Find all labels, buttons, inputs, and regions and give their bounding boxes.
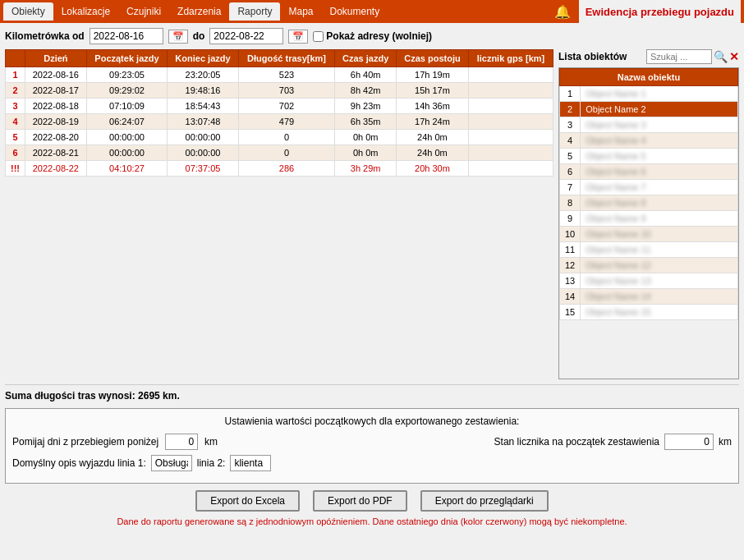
list-item[interactable]: 12 Object Name 12 [560, 258, 738, 273]
row-drive: 0h 0m [335, 130, 397, 145]
main-content: Kilometrówka od 📅 do 📅 Pokaż adresy (wol… [0, 23, 744, 531]
list-item[interactable]: 5 Object Name 5 [560, 149, 738, 164]
bell-icon[interactable]: 🔔 [554, 4, 571, 20]
col-gps-header: licznik gps [km] [468, 50, 553, 67]
row-park: 24h 0m [397, 145, 469, 161]
row-start: 09:29:02 [86, 83, 167, 99]
object-name: Object Name 8 [581, 195, 738, 211]
row-day: 2022-08-16 [25, 67, 87, 83]
export-pdf-button[interactable]: Export do PDF [313, 490, 407, 512]
button-row: Export do Excela Export do PDF Export do… [5, 490, 739, 512]
list-item[interactable]: 3 Object Name 3 [560, 117, 738, 133]
object-name: Object Name 10 [581, 227, 738, 242]
object-num: 12 [560, 258, 581, 273]
object-name: Object Name 5 [581, 149, 738, 164]
objects-scroll-area[interactable]: Nazwa obiektu 1 Object Name 1 2 Object N… [558, 67, 739, 379]
row-day: 2022-08-19 [25, 114, 87, 130]
list-item[interactable]: 4 Object Name 4 [560, 133, 738, 149]
col-park-header: Czas postoju [397, 50, 469, 67]
col-end-header: Koniec jazdy [168, 50, 239, 67]
object-num: 14 [560, 289, 581, 305]
counter-group: Stan licznika na początek zestawienia km [494, 434, 732, 450]
calendar-from-button[interactable]: 📅 [168, 30, 188, 44]
export-browser-button[interactable]: Export do przeglądarki [420, 490, 549, 512]
row-dist: 523 [238, 67, 335, 83]
table-row: 6 2022-08-21 00:00:00 00:00:00 0 0h 0m 2… [6, 145, 553, 161]
row-drive: 9h 23m [335, 99, 397, 114]
row-dist: 702 [238, 99, 335, 114]
list-item[interactable]: 2 Object Name 2 [560, 102, 738, 117]
nav-dokumenty[interactable]: Dokumenty [322, 2, 388, 21]
object-num: 9 [560, 211, 581, 227]
object-name: Object Name 2 [581, 102, 738, 117]
date-to-input[interactable] [209, 28, 283, 44]
nav-obiekty[interactable]: Obiekty [3, 2, 53, 21]
content-area: Dzień Początek jazdy Koniec jazdy Długoś… [5, 49, 739, 379]
counter-label: Stan licznika na początek zestawienia [494, 436, 659, 448]
object-num: 1 [560, 86, 581, 102]
list-item[interactable]: 6 Object Name 6 [560, 164, 738, 180]
object-num: 11 [560, 242, 581, 258]
table-row: 2 2022-08-17 09:29:02 19:48:16 703 8h 42… [6, 83, 553, 99]
list-item[interactable]: 1 Object Name 1 [560, 86, 738, 102]
nav-mapa[interactable]: Mapa [280, 2, 321, 21]
row-num: !!! [6, 161, 25, 177]
row-dist: 479 [238, 114, 335, 130]
date-from-input[interactable] [90, 28, 163, 44]
list-item[interactable]: 9 Object Name 9 [560, 211, 738, 227]
object-name: Object Name 7 [581, 180, 738, 195]
object-name: Object Name 1 [581, 86, 738, 102]
settings-title: Ustawienia wartości początkowych dla exp… [12, 415, 732, 427]
counter-unit: km [719, 436, 732, 448]
desc-line2-input[interactable] [230, 455, 271, 471]
row-end: 23:20:05 [168, 67, 239, 83]
nav-czujniki[interactable]: Czujniki [118, 2, 169, 21]
objects-search-button[interactable]: 🔍 [714, 50, 728, 63]
bottom-section: Suma długości tras wynosi: 2695 km. Usta… [5, 384, 739, 526]
object-num: 4 [560, 133, 581, 149]
objects-col-header: Nazwa obiektu [560, 69, 738, 86]
list-item[interactable]: 7 Object Name 7 [560, 180, 738, 195]
row-start: 09:23:05 [86, 67, 167, 83]
row-day: 2022-08-17 [25, 83, 87, 99]
export-excel-button[interactable]: Export do Excela [195, 490, 300, 512]
row-num: 2 [6, 83, 25, 99]
col-drive-header: Czas jazdy [335, 50, 397, 67]
nav-raporty[interactable]: Raporty [229, 2, 280, 21]
desc-line1-input[interactable] [151, 455, 192, 471]
row-drive: 3h 29m [335, 161, 397, 177]
objects-panel-header: Lista obiektów 🔍 ✕ [558, 49, 739, 64]
objects-search-input[interactable] [646, 49, 712, 64]
nav-zdarzenia[interactable]: Zdarzenia [169, 2, 229, 21]
list-item[interactable]: 10 Object Name 10 [560, 227, 738, 242]
main-table: Dzień Początek jazdy Koniec jazdy Długoś… [5, 49, 553, 177]
object-name: Object Name 12 [581, 258, 738, 273]
row-end: 07:37:05 [168, 161, 239, 177]
list-item[interactable]: 14 Object Name 14 [560, 289, 738, 305]
row-end: 13:07:48 [168, 114, 239, 130]
list-item[interactable]: 8 Object Name 8 [560, 195, 738, 211]
counter-input[interactable] [664, 434, 714, 450]
object-num: 3 [560, 117, 581, 133]
row-dist: 703 [238, 83, 335, 99]
list-item[interactable]: 15 Object Name 15 [560, 305, 738, 320]
object-name: Object Name 14 [581, 289, 738, 305]
list-item[interactable]: 11 Object Name 11 [560, 242, 738, 258]
table-row: 3 2022-08-18 07:10:09 18:54:43 702 9h 23… [6, 99, 553, 114]
list-item[interactable]: 13 Object Name 13 [560, 273, 738, 289]
row-day: 2022-08-20 [25, 130, 87, 145]
show-addresses-label[interactable]: Pokaż adresy (wolniej) [313, 30, 432, 42]
row-park: 15h 17m [397, 83, 469, 99]
show-addresses-checkbox[interactable] [313, 31, 324, 42]
row-num: 4 [6, 114, 25, 130]
sum-text: Suma długości tras wynosi: 2695 km. [5, 390, 739, 402]
row-gps [468, 130, 553, 145]
nav-lokalizacje[interactable]: Lokalizacje [53, 2, 118, 21]
row-gps [468, 114, 553, 130]
row-day: 2022-08-21 [25, 145, 87, 161]
object-name: Object Name 4 [581, 133, 738, 149]
calendar-to-button[interactable]: 📅 [288, 30, 308, 44]
objects-close-button[interactable]: ✕ [729, 50, 739, 63]
row-drive: 0h 0m [335, 145, 397, 161]
skip-input[interactable] [165, 434, 198, 450]
